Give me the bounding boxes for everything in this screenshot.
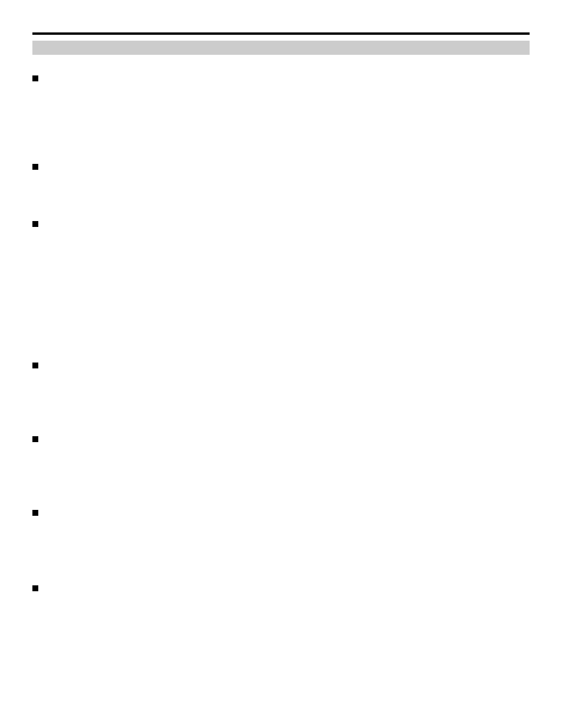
document-page [0,0,562,728]
list-item [32,582,530,594]
top-rule [32,32,530,35]
item-text [52,582,530,594]
bullet-icon [32,510,38,516]
bullet-icon [32,75,38,81]
item-text [52,433,530,445]
item-text [52,218,530,230]
list-item [32,507,530,519]
bullet-icon [32,221,38,227]
list-item [32,433,530,445]
item-text [52,507,530,519]
item-text [52,161,530,173]
bullet-icon [32,363,38,368]
header-bar [32,41,530,55]
bullet-icon [32,164,38,170]
item-text [52,73,530,84]
bullet-icon [32,436,38,442]
list-item [32,218,530,230]
item-text [52,360,530,371]
list-item [32,161,530,173]
list-item [32,73,530,84]
list-item [32,360,530,371]
bullet-icon [32,585,38,591]
